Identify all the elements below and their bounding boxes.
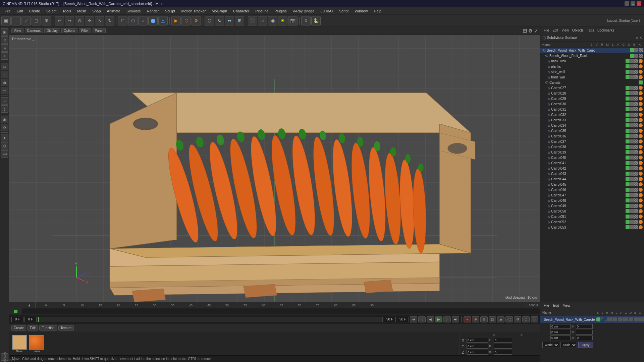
point-mode-button[interactable]: · xyxy=(11,16,21,25)
menu-window[interactable]: Window xyxy=(352,8,370,14)
obj-row-carrot-49[interactable]: △ Carrot049 xyxy=(540,203,644,208)
3d-viewport[interactable]: Perspective _ xyxy=(9,35,540,302)
obj-row-carrot-41[interactable]: △ Carrot041 xyxy=(540,160,644,166)
coord2-p1[interactable] xyxy=(576,330,593,335)
smooth-tool[interactable]: ⟳ xyxy=(1,124,8,131)
cone-button[interactable]: △ xyxy=(158,16,168,25)
prev-key-button[interactable]: ◁ xyxy=(418,316,426,322)
object-tool[interactable]: ▣ xyxy=(1,28,8,36)
render-settings-button[interactable]: ⚙ xyxy=(192,16,201,25)
obj-row-carrot-32[interactable]: △ Carrot032 xyxy=(540,112,644,117)
menu-render[interactable]: Render xyxy=(144,8,162,14)
sphere-button[interactable]: ○ xyxy=(138,16,148,25)
obj-row-carrot-52[interactable]: △ Carrot052 xyxy=(540,219,644,225)
play-button[interactable]: ▶ xyxy=(435,316,442,322)
camera-button[interactable]: 📷 xyxy=(288,16,298,25)
obj-row-carrot-38[interactable]: △ Carrot038 xyxy=(540,144,644,149)
ss-lock-toggle[interactable]: ✕ xyxy=(639,36,642,40)
timeline-options-2[interactable]: ◻ xyxy=(489,316,496,322)
knife-tool[interactable]: ⟩ xyxy=(1,105,8,113)
edge-mode-button[interactable]: ⟋ xyxy=(21,16,31,25)
menu-snap[interactable]: Snap xyxy=(90,8,104,14)
frame-current-input[interactable] xyxy=(24,317,37,322)
obj-row-side-wall[interactable]: △ side_wall xyxy=(540,69,644,74)
objm-file[interactable]: File xyxy=(542,28,550,33)
menu-animate[interactable]: Animate xyxy=(104,8,123,14)
objm-objects[interactable]: Objects xyxy=(571,28,585,33)
objm-view[interactable]: View xyxy=(560,28,570,33)
obj-row-carrot-29[interactable]: △ Carrot029 xyxy=(540,96,644,101)
objm-bookmarks[interactable]: Bookmarks xyxy=(596,28,615,33)
apply-button-2[interactable]: Apply xyxy=(578,342,593,348)
obj-row-carrots[interactable]: ▼ ⬡ Carrots xyxy=(540,80,644,85)
maximize-button[interactable]: □ xyxy=(631,1,635,6)
xpresso-button[interactable]: X xyxy=(301,16,311,25)
menu-motion-tracker[interactable]: Motion Tracker xyxy=(178,8,208,14)
obj-row-carrot-46[interactable]: △ Carrot046 xyxy=(540,187,644,192)
obj-row-carrot-37[interactable]: △ Carrot037 xyxy=(540,139,644,144)
menu-file[interactable]: File xyxy=(2,8,13,14)
obj-row-carrot-44[interactable]: △ Carrot044 xyxy=(540,176,644,182)
coord2-b1[interactable] xyxy=(576,336,593,340)
magnet-tool[interactable]: ◉ xyxy=(1,116,8,123)
timeline-options-5[interactable]: ⚙ xyxy=(514,316,521,322)
render-view-button[interactable]: ⬡ xyxy=(181,16,191,25)
paint-tool[interactable]: ✏ xyxy=(1,87,8,94)
sculpt-tool[interactable]: ◑ xyxy=(1,79,8,86)
polygon-tool[interactable]: ⟋ xyxy=(1,97,8,105)
rotate-button[interactable]: ↻ xyxy=(105,16,114,25)
viewport-options-menu[interactable]: Options xyxy=(61,28,77,33)
obj-row-carrot-43[interactable]: △ Carrot043 xyxy=(540,171,644,176)
extrude-tool[interactable]: ⬆ xyxy=(1,134,8,141)
obj-row-carrot-33[interactable]: △ Carrot033 xyxy=(540,117,644,123)
obj-row-carrot-50[interactable]: △ Carrot050 xyxy=(540,208,644,214)
obj-row-carrot-42[interactable]: △ Carrot042 xyxy=(540,166,644,171)
obj-row-carrot-39[interactable]: △ Carrot039 xyxy=(540,149,644,155)
record-button[interactable]: ● xyxy=(464,316,471,322)
viewport-fullscreen-icon[interactable]: ⤢ xyxy=(534,28,538,34)
obj-row-carrot-36[interactable]: △ Carrot036 xyxy=(540,133,644,139)
coord2-y1[interactable] xyxy=(550,330,571,335)
polygon-mode-button[interactable]: ◻ xyxy=(32,16,41,25)
live-select-button[interactable]: ⊙ xyxy=(75,16,84,25)
material-carrot[interactable]: carro xyxy=(29,335,44,353)
viewport-panel-menu[interactable]: Panel xyxy=(93,28,106,33)
auto-key-button[interactable]: ⏺ xyxy=(472,316,479,322)
timeline-options-4[interactable]: ◯ xyxy=(505,316,513,322)
obj-row-front-wall[interactable]: △ front_wall xyxy=(540,74,644,80)
obj-row-carrot-51[interactable]: △ Carrot051 xyxy=(540,214,644,219)
cube-button[interactable]: ⬡ xyxy=(128,16,138,25)
obj-row-carrot-27[interactable]: △ Carrot027 xyxy=(540,85,644,90)
move-button[interactable]: ✛ xyxy=(85,16,94,25)
menu-script[interactable]: Script xyxy=(336,8,351,14)
viewport-view-menu[interactable]: View xyxy=(11,28,23,33)
menu-tools[interactable]: Tools xyxy=(60,8,74,14)
ss-visible-toggle[interactable]: ● xyxy=(636,36,638,40)
side-button[interactable]: ↭ xyxy=(225,16,234,25)
obj-row-carrot-40[interactable]: △ Carrot040 xyxy=(540,155,644,160)
play-back-button[interactable]: ◀ xyxy=(427,316,434,322)
perspective-button[interactable]: ⬡ xyxy=(205,16,214,25)
cylinder-button[interactable]: ⬤ xyxy=(148,16,158,25)
timeline-options-1[interactable]: ⊞ xyxy=(480,316,488,322)
frame-display-input[interactable] xyxy=(397,317,409,322)
frame-end-input[interactable] xyxy=(384,317,396,322)
coord2-x1[interactable] xyxy=(550,324,571,329)
menu-plugins[interactable]: Plugins xyxy=(272,8,289,14)
obj-row-carrot-30[interactable]: △ Carrot030 xyxy=(540,101,644,107)
viewport-cameras-menu[interactable]: Cameras xyxy=(25,28,43,33)
attr-selected-row[interactable]: Beech_Wood_Rack_With_Carrote xyxy=(540,316,644,323)
edit-menu-mat[interactable]: Edit xyxy=(28,325,38,330)
z-position-input[interactable] xyxy=(467,350,488,355)
null-object-tool[interactable]: □ xyxy=(1,63,8,70)
sky-button[interactable]: ○ xyxy=(258,16,267,25)
null-button[interactable]: □ xyxy=(118,16,127,25)
obj-row-carrot-31[interactable]: △ Carrot031 xyxy=(540,107,644,112)
obj-row-fruit-rack[interactable]: ▼ ⬡ Beech_Wood_Fruit_Rack xyxy=(540,53,644,58)
uv-mode-button[interactable]: ⊞ xyxy=(42,16,51,25)
light-button[interactable]: ☀ xyxy=(278,16,287,25)
obj-row-carrot-34[interactable]: △ Carrot034 xyxy=(540,123,644,128)
menu-simulate[interactable]: Simulate xyxy=(124,8,144,14)
p-rotation-input[interactable] xyxy=(494,344,512,349)
next-key-button[interactable]: ▷ xyxy=(443,316,451,322)
